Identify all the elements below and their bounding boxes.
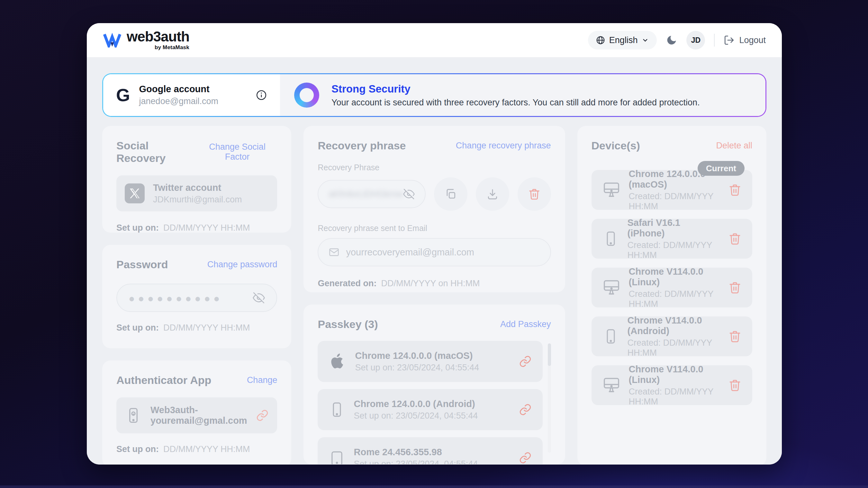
- phone-icon: [125, 407, 142, 424]
- security-description: Your account is secured with three recov…: [332, 98, 700, 108]
- setup-label: Set up on:: [116, 223, 159, 233]
- trash-icon: [728, 232, 741, 245]
- device-row: Chrome V114.0.0 (Android) Created: DD/MM…: [591, 317, 752, 356]
- web3auth-logo-icon: [103, 33, 122, 47]
- delete-phrase-button[interactable]: [518, 177, 551, 211]
- eye-off-icon[interactable]: [253, 292, 265, 304]
- provider-title: Google account: [139, 84, 219, 94]
- authenticator-item: Web3auth-youremail@gmal.com: [116, 397, 277, 433]
- authenticator-account: Web3auth-youremail@gmal.com: [151, 405, 248, 426]
- password-card: Password Change password ●●●●●●●●●● Set …: [102, 245, 291, 348]
- passkey-scrollbar[interactable]: [548, 344, 551, 453]
- language-label: English: [609, 35, 638, 45]
- passkey-list: Chrome 124.0.0.0 (macOS) Set up on: 23/0…: [318, 341, 551, 464]
- devices-card: Device(s) Delete all Current Chrome 124.…: [578, 126, 767, 464]
- change-social-factor-link[interactable]: Change Social Factor: [197, 142, 277, 162]
- delete-device-button[interactable]: [728, 232, 741, 245]
- trash-icon: [528, 188, 540, 200]
- social-recovery-card: Social Recovery Change Social Factor Twi…: [102, 126, 291, 233]
- language-selector[interactable]: English: [588, 31, 657, 50]
- logout-icon: [724, 35, 735, 45]
- link-icon: [519, 451, 532, 464]
- logout-button[interactable]: Logout: [724, 35, 766, 45]
- passkey-link-button[interactable]: [519, 355, 532, 368]
- security-banner: G Google account janedoe@gmail.com Stro: [102, 73, 767, 117]
- info-button[interactable]: [255, 89, 267, 101]
- delete-device-button[interactable]: [728, 281, 741, 294]
- phone-icon: [329, 401, 345, 418]
- apple-icon: [329, 352, 346, 370]
- unlink-button[interactable]: [256, 409, 269, 422]
- mail-icon: [329, 247, 340, 258]
- passkey-link-button[interactable]: [519, 403, 532, 416]
- account-title: Twitter account: [153, 183, 269, 193]
- monitor-icon: [602, 279, 620, 296]
- header: web3auth by MetaMask English JD: [87, 23, 782, 57]
- device-row: Chrome V114.0.0 (Linux) Created: DD/MM/Y…: [591, 268, 752, 307]
- login-provider: G Google account janedoe@gmail.com: [103, 74, 280, 116]
- recovery-email-value: yourrecoveryemail@gmail.com: [346, 247, 474, 258]
- card-title: Authenticator App: [116, 374, 211, 387]
- delete-device-button[interactable]: [728, 379, 741, 392]
- generated-value: DD/MM/YYYY on HH:MM: [381, 279, 480, 289]
- setup-value: DD/MM/YYYY HH:MM: [163, 223, 250, 233]
- scrollbar-thumb[interactable]: [548, 344, 551, 366]
- twitter-account-item: Twitter account JDKmurthi@gmail.com: [116, 175, 277, 212]
- avatar[interactable]: JD: [686, 31, 705, 50]
- card-title: Device(s): [591, 139, 640, 152]
- eye-off-icon[interactable]: [403, 188, 415, 200]
- brand-name: web3auth: [127, 30, 189, 44]
- moon-icon: [666, 34, 677, 46]
- phone-icon: [602, 230, 619, 247]
- monitor-icon: [602, 376, 620, 394]
- delete-all-devices-link[interactable]: Delete all: [716, 141, 752, 151]
- add-passkey-link[interactable]: Add Passkey: [500, 319, 551, 329]
- monitor-icon: [602, 181, 620, 199]
- recovery-phrase-masked: aKfmbvLtDHGkrnw: [329, 189, 403, 199]
- main-panel: web3auth by MetaMask English JD: [87, 23, 782, 464]
- setup-label: Set up on:: [116, 444, 159, 454]
- brand-byline: by MetaMask: [155, 44, 189, 51]
- recovery-phrase-card: Recovery phrase Change recovery phrase R…: [304, 126, 565, 292]
- recovery-phrase-label: Recovery Phrase: [318, 163, 551, 172]
- logout-label: Logout: [739, 35, 766, 45]
- recovery-phrase-field[interactable]: aKfmbvLtDHGkrnw: [318, 180, 425, 208]
- password-masked-value: ●●●●●●●●●●: [129, 293, 253, 303]
- passkey-row: Chrome 124.0.0.0 (macOS) Set up on: 23/0…: [318, 341, 542, 382]
- security-title: Strong Security: [332, 83, 700, 95]
- change-password-link[interactable]: Change password: [207, 260, 277, 269]
- setup-label: Set up on:: [116, 323, 159, 333]
- change-authenticator-link[interactable]: Change: [247, 375, 277, 385]
- passkey-link-button[interactable]: [519, 451, 532, 464]
- cards-grid: Social Recovery Change Social Factor Twi…: [102, 126, 767, 464]
- delete-device-button[interactable]: [728, 184, 741, 196]
- copy-icon: [444, 188, 457, 200]
- password-field[interactable]: ●●●●●●●●●●: [116, 284, 277, 312]
- generated-label: Generated on:: [318, 279, 376, 289]
- passkey-row: Chrome 124.0.0.0 (Android) Set up on: 23…: [318, 389, 542, 430]
- google-logo-icon: G: [116, 86, 130, 104]
- delete-device-button[interactable]: [728, 330, 741, 343]
- recovery-email-field[interactable]: yourrecoveryemail@gmail.com: [318, 238, 551, 266]
- device-icon: [329, 450, 345, 464]
- card-title: Social Recovery: [116, 139, 197, 164]
- info-icon: [255, 89, 267, 101]
- change-recovery-phrase-link[interactable]: Change recovery phrase: [456, 141, 551, 151]
- authenticator-card: Authenticator App Change Web3auth-yourem…: [102, 360, 291, 464]
- recovery-email-label: Recovery phrase sent to Email: [318, 224, 551, 233]
- dark-mode-toggle[interactable]: [666, 34, 677, 46]
- trash-icon: [728, 330, 741, 343]
- card-title: Password: [116, 258, 168, 271]
- device-row: Safari V16.1 (iPhone) Created: DD/MM/YYY…: [591, 219, 752, 259]
- copy-phrase-button[interactable]: [434, 177, 467, 211]
- device-row: Current Chrome 124.0.0.0 (macOS) Created…: [591, 170, 752, 210]
- content-area: G Google account janedoe@gmail.com Stro: [87, 57, 782, 464]
- trash-icon: [728, 184, 741, 196]
- brand-logo: web3auth by MetaMask: [103, 30, 189, 51]
- chevron-down-icon: [641, 36, 649, 44]
- card-title: Recovery phrase: [318, 139, 406, 152]
- trash-icon: [728, 379, 741, 392]
- account-email: JDKmurthi@gmail.com: [153, 195, 269, 205]
- download-phrase-button[interactable]: [476, 177, 509, 211]
- download-icon: [487, 188, 499, 200]
